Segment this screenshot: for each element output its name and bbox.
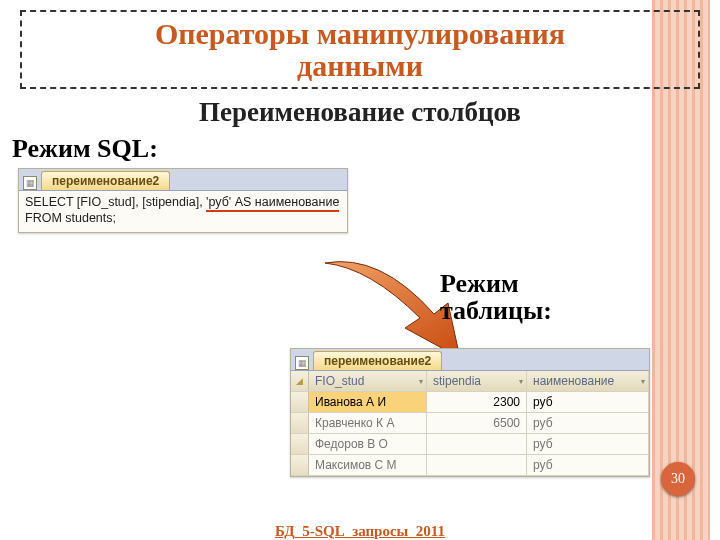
sql-body: SELECT [FIO_stud], [stipendia], 'руб' AS…	[19, 191, 347, 232]
table-label-line1: Режим	[440, 270, 650, 297]
subtitle: Переименование столбцов	[0, 97, 720, 128]
cell-fio[interactable]: Максимов С М	[309, 455, 427, 475]
table-tab[interactable]: переименование2	[313, 351, 442, 370]
table-row[interactable]: Иванова А И 2300 руб	[291, 392, 649, 413]
chevron-down-icon: ▾	[419, 377, 423, 386]
chevron-down-icon: ▾	[641, 377, 645, 386]
cell-fio[interactable]: Иванова А И	[309, 392, 427, 412]
col-header-name[interactable]: наименование▾	[527, 371, 649, 391]
table-row[interactable]: Федоров В О руб	[291, 434, 649, 455]
sql-line1-pre: SELECT [FIO_stud], [stipendia],	[25, 195, 206, 209]
cell-stip[interactable]: 6500	[427, 413, 527, 433]
col-header-fio[interactable]: FIO_stud▾	[309, 371, 427, 391]
slide: Операторы манипулирования данными Переим…	[0, 10, 720, 540]
table-label-line2: таблицы:	[440, 297, 650, 324]
table-header-row: ◢ FIO_stud▾ stipendia▾ наименование▾	[291, 371, 649, 392]
row-selector[interactable]	[291, 413, 309, 433]
query-icon: ▦	[23, 176, 37, 190]
cell-stip[interactable]	[427, 434, 527, 454]
footer-label: БД_5-SQL_запросы_2011	[0, 523, 720, 540]
cell-name[interactable]: руб	[527, 392, 649, 412]
sql-editor-window: ▦ переименование2 SELECT [FIO_stud], [st…	[18, 168, 348, 233]
table-row[interactable]: Максимов С М руб	[291, 455, 649, 476]
sql-tab-bar: ▦ переименование2	[19, 169, 347, 191]
cell-fio[interactable]: Кравченко К А	[309, 413, 427, 433]
table-row[interactable]: Кравченко К А 6500 руб	[291, 413, 649, 434]
sql-line2: FROM students;	[25, 211, 116, 225]
cell-name[interactable]: руб	[527, 413, 649, 433]
cell-name[interactable]: руб	[527, 455, 649, 475]
sql-line1-highlight: 'руб' AS наименование	[206, 195, 339, 211]
row-selector[interactable]	[291, 434, 309, 454]
table-tab-bar: ▦ переименование2	[291, 349, 649, 371]
cell-stip[interactable]	[427, 455, 527, 475]
title-box: Операторы манипулирования данными	[20, 10, 700, 89]
chevron-down-icon: ▾	[519, 377, 523, 386]
sql-tab[interactable]: переименование2	[41, 171, 170, 190]
table-mode-label: Режим таблицы:	[440, 270, 650, 325]
title-line-2: данными	[32, 50, 688, 82]
cell-name[interactable]: руб	[527, 434, 649, 454]
datasheet-icon: ▦	[295, 356, 309, 370]
cell-stip[interactable]: 2300	[427, 392, 527, 412]
datasheet-window: ▦ переименование2 ◢ FIO_stud▾ stipendia▾…	[290, 348, 650, 477]
corner-cell: ◢	[291, 371, 309, 391]
sql-mode-label: Режим SQL:	[12, 134, 720, 164]
col-header-stipendia[interactable]: stipendia▾	[427, 371, 527, 391]
title-line-1: Операторы манипулирования	[32, 18, 688, 50]
page-number-badge: 30	[661, 462, 695, 496]
row-selector[interactable]	[291, 455, 309, 475]
cell-fio[interactable]: Федоров В О	[309, 434, 427, 454]
row-selector[interactable]	[291, 392, 309, 412]
